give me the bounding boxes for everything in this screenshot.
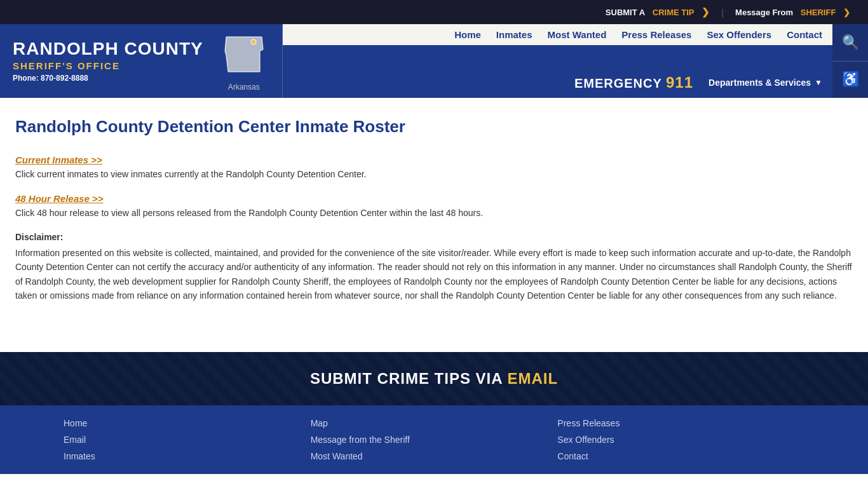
footer-link-most-wanted[interactable]: Most Wanted <box>311 451 558 461</box>
state-label: Arkansas <box>228 83 260 92</box>
footer-link-message-sheriff[interactable]: Message from the Sheriff <box>311 435 558 445</box>
release-desc: Click 48 hour release to view all person… <box>15 208 853 218</box>
footer-link-map[interactable]: Map <box>311 418 558 428</box>
nav-bottom-bar: EMERGENCY 911 Departments & Services ▼ <box>283 67 832 98</box>
accessibility-icon: ♿ <box>842 71 859 88</box>
submit-crime-tip-link[interactable]: SUBMIT A CRIME TIP ❯ <box>595 3 720 22</box>
footer-link-contact[interactable]: Contact <box>557 451 804 461</box>
svg-point-2 <box>251 39 256 44</box>
accessibility-button[interactable]: ♿ <box>832 62 868 98</box>
disclaimer-title: Disclaimer: <box>15 232 853 242</box>
footer-col-2: Map Message from the Sheriff Most Wanted <box>311 418 558 461</box>
topbar-divider: | <box>721 7 724 18</box>
message-arrow-icon: ❯ <box>843 8 850 17</box>
footer-col-1: Home Email Inmates <box>64 418 311 461</box>
footer-link-inmates[interactable]: Inmates <box>64 451 311 461</box>
nav-contact[interactable]: Contact <box>787 29 822 40</box>
org-subtitle: SHERIFF'S OFFICE <box>13 60 203 71</box>
footer-links-section: Home Email Inmates Map Message from the … <box>0 405 868 474</box>
nav-inmates[interactable]: Inmates <box>496 29 532 40</box>
dept-services-label: Departments & Services <box>709 78 811 88</box>
logo-text-block: RANDOLPH COUNTY SHERIFF'S OFFICE Phone: … <box>13 39 203 83</box>
footer-cta-section[interactable]: SUBMIT CRIME TIPS VIA EMAIL <box>0 352 868 405</box>
submit-pre-text: SUBMIT A <box>606 8 645 17</box>
footer-link-email[interactable]: Email <box>64 435 311 445</box>
arkansas-map-svg <box>219 30 269 81</box>
message-pre-text: Message From <box>735 8 793 17</box>
logo-section: RANDOLPH COUNTY SHERIFF'S OFFICE Phone: … <box>0 24 282 98</box>
org-title: RANDOLPH COUNTY <box>13 39 203 59</box>
emergency-word: EMERGENCY <box>574 76 662 90</box>
footer-link-home[interactable]: Home <box>64 418 311 428</box>
nav-sex-offenders[interactable]: Sex Offenders <box>707 29 771 40</box>
chevron-down-icon: ▼ <box>815 78 822 87</box>
nav-press-releases[interactable]: Press Releases <box>621 29 691 40</box>
main-nav: Home Inmates Most Wanted Press Releases … <box>283 24 832 45</box>
nav-most-wanted[interactable]: Most Wanted <box>548 29 607 40</box>
current-inmates-desc: Click current inmates to view inmates cu… <box>15 169 853 179</box>
state-map: Arkansas <box>219 30 269 92</box>
emergency-label: EMERGENCY 911 <box>574 74 693 92</box>
sheriff-text: SHERIFF <box>801 8 836 17</box>
phone-number: Phone: 870-892-8888 <box>13 74 203 83</box>
disclaimer-text: Information presented on this website is… <box>15 246 853 303</box>
top-bar: SUBMIT A CRIME TIP ❯ | Message From SHER… <box>0 0 868 24</box>
header-icon-buttons: 🔍 ♿ <box>832 24 868 98</box>
footer-link-sex-offenders[interactable]: Sex Offenders <box>557 435 804 445</box>
phone-label: Phone: <box>13 74 39 83</box>
main-content: Randolph County Detention Center Inmate … <box>0 98 868 352</box>
cta-pre-text: SUBMIT CRIME TIPS VIA <box>310 370 503 387</box>
message-from-sheriff[interactable]: Message From SHERIFF ❯ <box>725 4 860 21</box>
emergency-num-value: 911 <box>666 74 693 91</box>
nav-home[interactable]: Home <box>454 29 481 40</box>
svg-marker-1 <box>225 37 263 72</box>
crime-tip-text: CRIME TIP <box>653 8 695 17</box>
footer-cta-text: SUBMIT CRIME TIPS VIA EMAIL <box>13 370 855 388</box>
departments-services-dropdown[interactable]: Departments & Services ▼ <box>709 78 822 88</box>
search-icon: 🔍 <box>842 34 859 51</box>
header-nav: Home Inmates Most Wanted Press Releases … <box>282 24 832 98</box>
page-title: Randolph County Detention Center Inmate … <box>15 117 853 137</box>
submit-arrow-icon: ❯ <box>702 6 710 18</box>
footer-link-press-releases[interactable]: Press Releases <box>557 418 804 428</box>
footer-col-3: Press Releases Sex Offenders Contact <box>557 418 804 461</box>
cta-email-value: EMAIL <box>507 370 558 387</box>
phone-value: 870-892-8888 <box>41 74 88 83</box>
48-hour-release-link[interactable]: 48 Hour Release >> <box>15 193 103 204</box>
current-inmates-link[interactable]: Current Inmates >> <box>15 154 102 165</box>
site-header: RANDOLPH COUNTY SHERIFF'S OFFICE Phone: … <box>0 24 868 98</box>
search-button[interactable]: 🔍 <box>832 24 868 62</box>
